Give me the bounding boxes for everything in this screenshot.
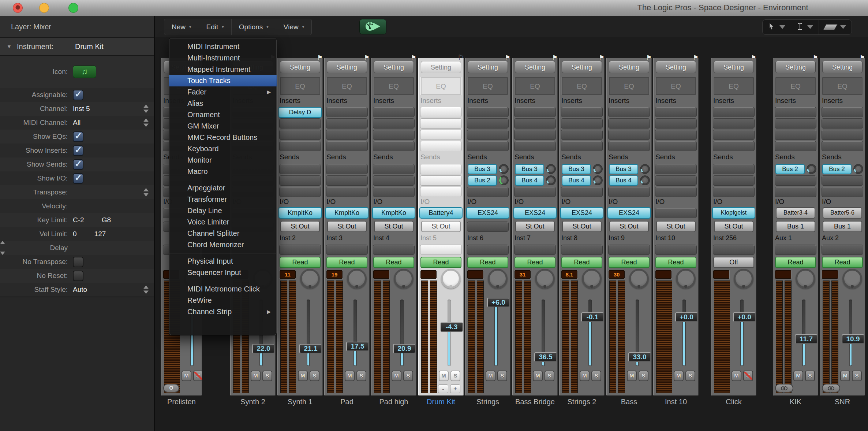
send-knob[interactable]	[546, 175, 556, 185]
peak-display[interactable]: 11	[280, 270, 296, 279]
volume-fader-fill[interactable]	[495, 307, 497, 365]
output-slot[interactable]: Bus 1	[776, 221, 815, 232]
menu-item-voice-limiter[interactable]: Voice Limiter	[169, 216, 277, 228]
peak-display[interactable]: 19	[326, 270, 343, 279]
automation-button[interactable]: Read	[373, 257, 414, 268]
peak-display[interactable]	[775, 270, 791, 279]
stereo-format-button[interactable]	[775, 384, 793, 393]
instrument-slot[interactable]: Klopfgeist	[712, 207, 755, 219]
menu-item-mapped-instrument[interactable]: Mapped Instrument	[169, 64, 277, 75]
send-slot[interactable]	[326, 175, 368, 186]
volume-fader-fill[interactable]	[636, 361, 638, 365]
volume-fader-fill[interactable]	[589, 322, 591, 365]
menu-item-monitor[interactable]: Monitor	[169, 155, 277, 166]
group-slot[interactable]	[655, 245, 697, 255]
decrement-button[interactable]: -	[438, 384, 448, 393]
stepper-control[interactable]	[143, 119, 149, 127]
insert-slot[interactable]	[326, 118, 368, 129]
automation-button[interactable]: Read	[822, 257, 863, 268]
increment-button[interactable]: +	[450, 384, 460, 393]
stepper-control[interactable]	[143, 188, 149, 197]
output-slot[interactable]: St Out	[609, 221, 649, 232]
instrument-icon-button[interactable]: ♫	[73, 66, 96, 78]
menu-edit[interactable]: Edit▾	[199, 19, 232, 35]
send-bus-button[interactable]: Bus 2	[775, 164, 805, 174]
eq-button[interactable]: EQ	[467, 77, 508, 95]
setting-button[interactable]: Setting	[609, 61, 649, 73]
setting-button[interactable]: Setting	[562, 61, 602, 73]
minimize-button[interactable]	[39, 3, 49, 13]
solo-button[interactable]: S	[805, 371, 815, 381]
setting-button[interactable]: Setting	[327, 61, 367, 73]
insert-slot[interactable]	[822, 130, 863, 140]
solo-button[interactable]: S	[193, 371, 202, 381]
volume-value-display[interactable]: 17.5	[346, 342, 369, 351]
send-slot[interactable]	[713, 175, 755, 186]
group-slot[interactable]	[420, 245, 462, 255]
insert-slot[interactable]	[655, 107, 697, 117]
send-slot[interactable]	[608, 187, 650, 197]
menu-item-alias[interactable]: Alias	[169, 98, 277, 109]
send-slot[interactable]	[655, 164, 697, 174]
mute-button[interactable]: M	[298, 371, 308, 381]
automation-button[interactable]: Read	[655, 257, 696, 268]
menu-item-delay-line[interactable]: Delay Line	[169, 205, 277, 216]
group-slot[interactable]	[326, 245, 368, 255]
insert-slot[interactable]	[608, 107, 650, 117]
insert-slot[interactable]	[467, 141, 509, 151]
solo-button[interactable]: S	[743, 371, 753, 381]
setting-button[interactable]: Setting	[468, 61, 508, 73]
insert-slot[interactable]	[822, 107, 863, 117]
send-slot[interactable]	[420, 175, 462, 186]
menu-item-touch-tracks[interactable]: Touch Tracks	[169, 75, 277, 86]
pan-knob[interactable]	[441, 269, 461, 289]
instrument-slot[interactable]	[655, 208, 697, 218]
menu-item-sequencer-input[interactable]: Sequencer Input	[169, 267, 277, 278]
menu-item-macro[interactable]: Macro	[169, 166, 277, 177]
pan-knob[interactable]	[535, 269, 555, 289]
instrument-slot[interactable]: EXS24	[513, 207, 557, 219]
insert-slot[interactable]	[467, 118, 509, 129]
send-bus-button[interactable]: Bus 2	[822, 164, 852, 174]
solo-button[interactable]: S	[591, 371, 601, 381]
send-knob[interactable]	[499, 175, 509, 185]
mute-button[interactable]: M	[840, 371, 850, 381]
insert-slot[interactable]	[514, 118, 556, 129]
eraser-tool-button[interactable]	[819, 20, 852, 34]
eq-button[interactable]: EQ	[515, 77, 555, 95]
stepper-control[interactable]	[143, 286, 149, 294]
send-knob[interactable]	[807, 164, 816, 174]
insert-slot[interactable]	[775, 118, 816, 129]
insert-slot[interactable]	[279, 118, 321, 129]
send-slot[interactable]	[514, 187, 556, 197]
menu-item-rewire[interactable]: ReWire	[169, 295, 277, 306]
pan-knob[interactable]	[842, 269, 862, 289]
send-slot[interactable]	[467, 187, 509, 197]
instrument-slot[interactable]: EXS24	[466, 207, 509, 219]
insert-slot[interactable]	[326, 141, 368, 151]
volume-fader-fill[interactable]	[683, 322, 685, 365]
solo-button[interactable]: S	[403, 371, 413, 381]
property-value[interactable]: C-2	[73, 216, 84, 224]
checkbox[interactable]: ✓	[73, 90, 83, 100]
menu-new[interactable]: New▾	[164, 19, 199, 35]
send-bus-button[interactable]: Bus 4	[562, 175, 591, 186]
mute-button[interactable]: M	[392, 371, 401, 381]
insert-slot[interactable]	[561, 118, 603, 129]
solo-button[interactable]: S	[450, 371, 460, 381]
instrument-slot[interactable]: KmpltKo	[278, 207, 322, 219]
strip-name[interactable]: SNR	[814, 398, 868, 406]
insert-slot[interactable]	[713, 107, 755, 117]
menu-item-transformer[interactable]: Transformer	[169, 194, 277, 205]
mute-button[interactable]: M	[533, 371, 543, 381]
insert-slot[interactable]	[561, 107, 603, 117]
output-slot[interactable]: St Out	[421, 221, 461, 232]
output-slot[interactable]: St Out	[714, 221, 753, 232]
insert-slot[interactable]	[514, 107, 556, 117]
send-slot[interactable]	[713, 187, 755, 197]
insert-slot[interactable]	[775, 130, 816, 140]
volume-fader-fill[interactable]	[401, 353, 403, 365]
instrument-slot[interactable]: EXS24	[607, 207, 651, 219]
insert-slot[interactable]	[279, 130, 321, 140]
menu-item-chord-memorizer[interactable]: Chord Memorizer	[169, 239, 277, 250]
